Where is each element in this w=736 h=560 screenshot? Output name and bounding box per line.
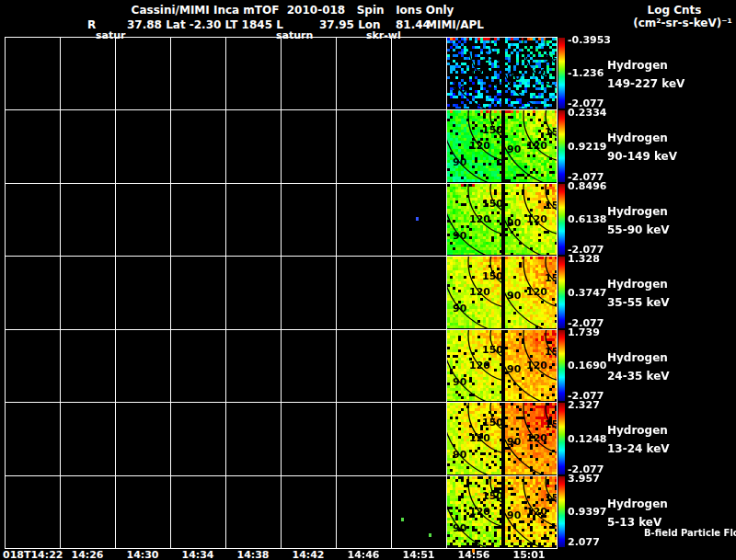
- contour-label: 90: [507, 143, 522, 155]
- energy-label: 5-13 keV: [607, 517, 661, 528]
- colorbar: [558, 476, 565, 547]
- time-tick-label: 14:51: [402, 550, 434, 560]
- contour-label: 150: [482, 124, 501, 136]
- energy-label: 149-227 keV: [607, 78, 684, 89]
- contour-label: 150: [482, 490, 501, 502]
- time-tick-label: 15:01: [512, 550, 545, 560]
- contour-label: 150: [545, 200, 557, 211]
- contour-label: 90: [507, 509, 522, 521]
- species-label: Hydrogen: [607, 132, 668, 143]
- contour-label: 120: [526, 286, 547, 298]
- contour-label: 90: [507, 436, 522, 448]
- colorbar: [558, 38, 565, 109]
- stray-dot: [429, 533, 431, 537]
- cbar-max-label: -0.3953: [568, 35, 611, 45]
- time-tick-label: 14:46: [347, 550, 379, 560]
- grid-vline: [391, 37, 392, 548]
- contour-label: 120: [469, 360, 490, 371]
- contour-overlay: 90120150: [447, 403, 501, 474]
- colorbar: [558, 184, 565, 255]
- cbar-min-label: 2.077: [568, 537, 600, 547]
- colorbar: [558, 110, 565, 182]
- colorbar-units: (cm²-sr-s-keV)⁻¹: [633, 17, 732, 29]
- contour-label: 120: [469, 286, 490, 298]
- grid-vline: [170, 37, 171, 548]
- contour-label: 90: [453, 156, 467, 168]
- contour-label: 150: [545, 53, 557, 65]
- contour-label: 150: [545, 492, 557, 504]
- page-title: Cassini/MIMI Inca mTOF 2010-018 Spin Ion…: [132, 5, 454, 16]
- contour-label: 120: [469, 67, 490, 79]
- colorbar: [558, 403, 565, 474]
- cbar-mid-label: 0.3747: [568, 288, 606, 298]
- contour-overlay: 90120150: [505, 184, 557, 255]
- contour-overlay: 90120150: [447, 184, 501, 255]
- grid-vline: [115, 37, 116, 548]
- time-tick-label: 14:56: [457, 550, 489, 560]
- contour-overlay: 90120150: [505, 110, 557, 182]
- data-source-label: MIMI/APL: [426, 19, 484, 30]
- ephemeris-readout-1: 37.88 Lat -2.30 LT 1845 L: [127, 19, 283, 30]
- cbar-max-label: 1.328: [568, 254, 600, 264]
- species-label: Hydrogen: [607, 425, 668, 436]
- contour-label: 90: [453, 84, 467, 96]
- annotation-satur: satur: [96, 30, 125, 40]
- contour-label: 150: [482, 198, 501, 210]
- contour-label: 120: [526, 213, 547, 225]
- contour-label: 90: [453, 522, 467, 534]
- contour-label: 150: [482, 417, 501, 429]
- contour-label: 150: [545, 272, 557, 284]
- contour-label: 120: [526, 140, 547, 152]
- contour-label: 120: [469, 140, 490, 152]
- contour-overlay: 90120150: [447, 38, 501, 109]
- contour-label: 150: [482, 51, 501, 63]
- contour-label: 120: [526, 506, 547, 518]
- cbar-mid-label: 0.6138: [568, 214, 606, 224]
- contour-label: 150: [545, 126, 557, 138]
- contour-label: 90: [453, 303, 467, 314]
- contour-overlay: 90120150: [505, 403, 557, 474]
- contour-label: 150: [545, 346, 557, 358]
- cbar-max-label: 0.2334: [568, 108, 606, 118]
- grid-vline: [281, 37, 282, 548]
- species-label: Hydrogen: [607, 60, 668, 71]
- stray-dot: [416, 217, 419, 221]
- species-label: Hydrogen: [607, 498, 668, 509]
- contour-overlay: 90120150: [505, 476, 557, 547]
- annotation-saturn: saturn: [276, 30, 313, 40]
- cbar-mid-label: 0.1690: [568, 360, 606, 371]
- time-tick-label: 14:38: [236, 550, 269, 560]
- contour-label: 120: [526, 67, 547, 79]
- cassini-mimi-spectrogram: Cassini/MIMI Inca mTOF 2010-018 Spin Ion…: [0, 0, 736, 560]
- time-tick-label: 018T14:22: [3, 550, 63, 560]
- contour-overlay: 90120150: [447, 476, 501, 547]
- contour-label: 90: [507, 363, 522, 375]
- contour-overlay: 90120150: [447, 257, 501, 328]
- energy-label: 55-90 keV: [607, 224, 670, 235]
- cbar-max-label: 0.8496: [568, 181, 606, 191]
- grid-vline: [5, 37, 6, 548]
- energy-label: 35-55 keV: [607, 297, 670, 308]
- contour-label: 90: [507, 71, 522, 83]
- contour-label: 120: [526, 360, 547, 371]
- bfield-flow-label: B-field Particle Flow: [644, 529, 736, 538]
- contour-label: 120: [469, 213, 490, 225]
- contour-label: 150: [482, 344, 501, 356]
- contour-overlay: 90120150: [447, 330, 501, 401]
- energy-label: 90-149 keV: [607, 151, 677, 162]
- energy-label: 24-35 keV: [607, 371, 670, 382]
- contour-label: 150: [545, 418, 557, 430]
- colorbar-title: Log Cnts: [648, 5, 702, 16]
- contour-label: 90: [453, 230, 467, 242]
- time-tick-label: 14:34: [181, 550, 213, 560]
- time-tick-label: 14:42: [292, 550, 324, 560]
- contour-overlay: 90120150: [505, 257, 557, 328]
- colorbar: [558, 330, 565, 401]
- contour-label: 90: [453, 376, 467, 388]
- cbar-max-label: 2.327: [568, 400, 600, 410]
- contour-label: 90: [507, 217, 522, 229]
- contour-label: 90: [507, 290, 522, 302]
- stray-dot: [401, 518, 404, 521]
- cbar-mid-label: 0.9219: [568, 142, 606, 152]
- grid-vline: [225, 37, 226, 548]
